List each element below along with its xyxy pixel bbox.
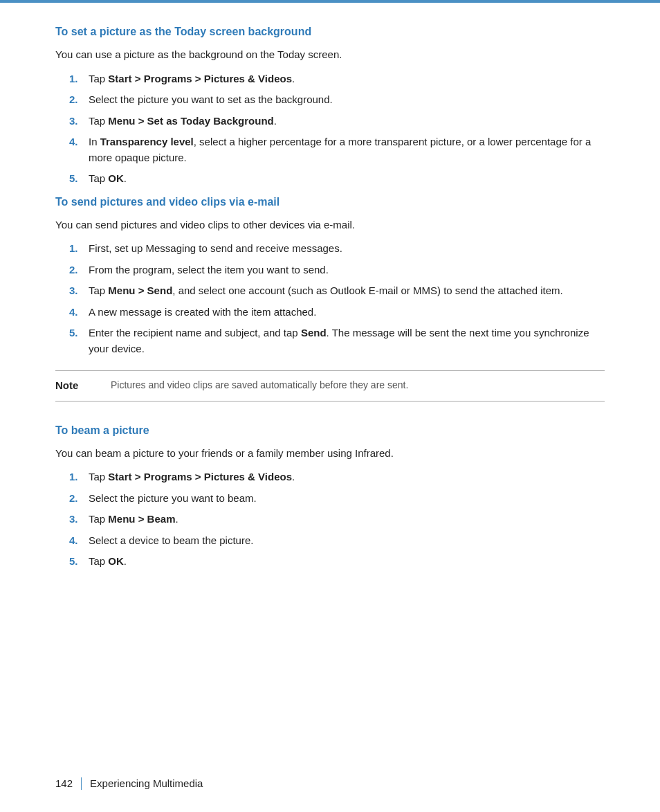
step-num: 5.	[69, 554, 89, 570]
step-text: In Transparency level, select a higher p…	[89, 134, 605, 165]
step-num: 4.	[69, 134, 89, 165]
step-num: 2.	[69, 92, 89, 108]
step-text: Tap Menu > Send, and select one account …	[89, 283, 605, 299]
step-num: 3.	[69, 283, 89, 299]
step-num: 3.	[69, 512, 89, 527]
step-num: 2.	[69, 491, 89, 507]
step-beam-1: 1. Tap Start > Programs > Pictures & Vid…	[69, 469, 605, 485]
step-num: 1.	[69, 469, 89, 485]
step-text: Select the picture you want to set as th…	[89, 92, 605, 108]
footer-label: Experiencing Multimedia	[90, 776, 203, 792]
step-today-3: 3. Tap Menu > Set as Today Background.	[69, 114, 605, 129]
intro-today: You can use a picture as the background …	[55, 47, 605, 63]
section-title-email: To send pictures and video clips via e-m…	[55, 194, 605, 210]
step-beam-2: 2. Select the picture you want to beam.	[69, 491, 605, 507]
steps-email: 1. First, set up Messaging to send and r…	[55, 241, 605, 357]
step-today-2: 2. Select the picture you want to set as…	[69, 92, 605, 108]
step-text: Select the picture you want to beam.	[89, 491, 605, 507]
step-today-5: 5. Tap OK.	[69, 171, 605, 187]
step-text: From the program, select the item you wa…	[89, 262, 605, 278]
step-beam-3: 3. Tap Menu > Beam.	[69, 512, 605, 527]
step-num: 1.	[69, 71, 89, 87]
section-title-beam: To beam a picture	[55, 422, 605, 439]
footer: 142 Experiencing Multimedia	[0, 776, 660, 792]
step-email-3: 3. Tap Menu > Send, and select one accou…	[69, 283, 605, 299]
step-num: 5.	[69, 171, 89, 187]
step-text: First, set up Messaging to send and rece…	[89, 241, 605, 257]
step-beam-4: 4. Select a device to beam the picture.	[69, 533, 605, 549]
footer-page-number: 142	[55, 776, 73, 792]
note-text: Pictures and video clips are saved autom…	[111, 378, 408, 393]
step-num: 4.	[69, 533, 89, 549]
steps-today: 1. Tap Start > Programs > Pictures & Vid…	[55, 71, 605, 187]
section-beam-picture: To beam a picture You can beam a picture…	[55, 422, 605, 570]
step-email-4: 4. A new message is created with the ite…	[69, 305, 605, 321]
section-title-today: To set a picture as the Today screen bac…	[55, 24, 605, 40]
footer-divider	[81, 777, 82, 790]
steps-beam: 1. Tap Start > Programs > Pictures & Vid…	[55, 469, 605, 570]
intro-beam: You can beam a picture to your friends o…	[55, 446, 605, 462]
step-text: Tap OK.	[89, 554, 605, 570]
intro-email: You can send pictures and video clips to…	[55, 217, 605, 233]
step-num: 2.	[69, 262, 89, 278]
step-text: Enter the recipient name and subject, an…	[89, 325, 605, 357]
step-num: 1.	[69, 241, 89, 257]
section-today-background: To set a picture as the Today screen bac…	[55, 24, 605, 187]
step-num: 3.	[69, 114, 89, 129]
note-box: Note Pictures and video clips are saved …	[55, 370, 605, 402]
step-email-2: 2. From the program, select the item you…	[69, 262, 605, 278]
step-text: Tap OK.	[89, 171, 605, 187]
step-beam-5: 5. Tap OK.	[69, 554, 605, 570]
step-text: Tap Menu > Set as Today Background.	[89, 114, 605, 129]
section-send-email: To send pictures and video clips via e-m…	[55, 194, 605, 357]
note-label: Note	[55, 378, 111, 394]
step-email-1: 1. First, set up Messaging to send and r…	[69, 241, 605, 257]
step-today-1: 1. Tap Start > Programs > Pictures & Vid…	[69, 71, 605, 87]
step-text: A new message is created with the item a…	[89, 305, 605, 321]
step-email-5: 5. Enter the recipient name and subject,…	[69, 325, 605, 357]
step-text: Select a device to beam the picture.	[89, 533, 605, 549]
step-text: Tap Start > Programs > Pictures & Videos…	[89, 469, 605, 485]
step-today-4: 4. In Transparency level, select a highe…	[69, 134, 605, 165]
step-text: Tap Menu > Beam.	[89, 512, 605, 527]
step-num: 4.	[69, 305, 89, 321]
step-text: Tap Start > Programs > Pictures & Videos…	[89, 71, 605, 87]
step-num: 5.	[69, 325, 89, 357]
